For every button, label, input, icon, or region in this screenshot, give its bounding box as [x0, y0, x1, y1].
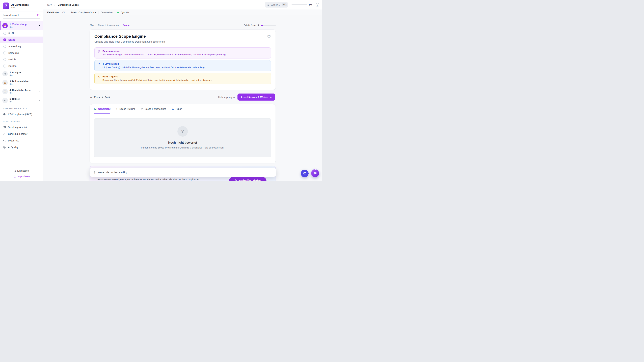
back-button[interactable]: ← Zurueck: Profil	[90, 96, 110, 98]
sidebar-item-label: CE-Compliance (IACE)	[8, 113, 32, 116]
sidebar-item-anwendung[interactable]: Anwendung	[0, 43, 43, 50]
phase-percent: 0%	[10, 92, 36, 94]
divider	[69, 11, 69, 13]
columns-fab-button[interactable]	[311, 169, 319, 177]
info-box-title: Deterministisch	[102, 50, 226, 52]
sidebar-phase-dokumentation[interactable]: 3. Dokumentation 0%	[0, 78, 43, 87]
start-scope-profiling-label: Scope-Profiling starten	[235, 179, 260, 181]
profiling-hint-toast[interactable]: Starten Sie mit dem Profiling	[90, 168, 276, 177]
phase-percent: 0%	[10, 74, 36, 76]
phase-percent: 0%	[10, 101, 36, 103]
sidebar-phase-vorbereitung[interactable]: 1. Vorbereitung 0%	[0, 21, 43, 30]
sidebar-item-legal-rag[interactable]: Legal RAG	[0, 137, 43, 144]
crumb-separator: /	[120, 24, 121, 26]
cpu-icon	[3, 113, 6, 116]
search-icon	[3, 139, 6, 142]
group-title-maschinenrecht: MASCHINENRECHT / CE	[0, 105, 43, 111]
collapse-sidebar-button[interactable]: « Einklappen	[3, 169, 40, 173]
sidebar-item-label: Module	[8, 58, 16, 61]
user-icon	[3, 132, 6, 135]
phase-label: 1. Vorbereitung	[10, 23, 36, 26]
tab-scope-profiling[interactable]: Scope-Profiling	[116, 104, 135, 114]
version-tag: V001	[62, 11, 66, 13]
export-label: Exportieren	[18, 175, 30, 178]
sidebar-item-ce-compliance[interactable]: CE-Compliance (IACE)	[0, 111, 43, 118]
arrow-left-icon: ←	[90, 96, 92, 98]
info-box-deterministisch: Deterministisch Alle Entscheidungen sind…	[94, 47, 271, 58]
crumb-phase[interactable]: Phase 1: Assessment	[98, 24, 120, 26]
info-box-title: 4-Level-Modell	[102, 62, 205, 65]
step-indicator: Schritt 2 von 14	[244, 24, 276, 26]
breadcrumb-root[interactable]: SDK	[47, 3, 52, 6]
callout-text: Beantworten Sie einige Fragen zu Ihrem U…	[98, 178, 199, 181]
radio-unchecked-icon	[3, 51, 6, 54]
radio-checked-icon	[3, 38, 6, 41]
sidebar-item-quellen[interactable]: Quellen	[0, 63, 43, 69]
crumb-root[interactable]: SDK	[90, 24, 94, 26]
complete-next-button[interactable]: Abschliessen & Weiter →	[238, 93, 276, 100]
divider	[115, 11, 115, 13]
empty-state-panel: ? Noch nicht bewertet Führen Sie das Sco…	[94, 118, 271, 157]
gear-icon	[2, 98, 8, 103]
sidebar-item-profil[interactable]: Profil	[0, 30, 43, 36]
double-chevron-left-icon: «	[14, 169, 16, 172]
info-box-title: Hard Triggers	[102, 75, 212, 78]
export-button[interactable]: Exportieren	[3, 174, 40, 179]
sidebar-item-ai-quality[interactable]: AI Quality	[0, 144, 43, 151]
memo-pencil-icon	[2, 89, 8, 94]
help-icon[interactable]: ?	[316, 3, 319, 7]
search-icon	[267, 4, 269, 6]
header-progress-value: 0%	[309, 3, 312, 6]
clipboard-icon	[116, 108, 118, 110]
skip-button[interactable]: Ueberspringen	[218, 96, 234, 98]
chat-fab-button[interactable]	[301, 170, 308, 177]
toast-text: Starten Sie mit dem Profiling	[98, 171, 127, 174]
header-progress-bar	[292, 4, 307, 5]
status-bar: Kein Projekt V001 Zuletzt: Compliance Sc…	[43, 10, 322, 15]
project-name: Kein Projekt	[47, 11, 60, 13]
tab-export[interactable]: Export	[172, 104, 182, 114]
overall-progress-bar	[3, 18, 40, 19]
topbar: SDK Compliance Scope Suchen... ⌘K 0% ?	[43, 0, 322, 10]
overall-progress-value: 0%	[37, 14, 40, 16]
chevron-down-icon	[38, 81, 41, 84]
target-icon	[2, 23, 8, 28]
complete-next-label: Abschliessen & Weiter	[241, 96, 268, 98]
sidebar-footer: « Einklappen Exportieren	[0, 166, 43, 181]
sidebar-item-scope[interactable]: Scope	[0, 36, 43, 43]
sidebar-phase-betrieb[interactable]: 5. Betrieb 0%	[0, 96, 43, 105]
scales-icon	[140, 108, 143, 110]
page-breadcrumb: SDK / Phase 1: Assessment / Scope	[90, 24, 130, 26]
last-time: Gerade eben	[100, 11, 113, 13]
sidebar-nav: 1. Vorbereitung 0% Profil Scope Anwendun…	[0, 21, 43, 166]
radio-unchecked-icon	[3, 32, 6, 35]
tab-scope-entscheidung[interactable]: Scope-Entscheidung	[140, 104, 166, 114]
scope-engine-card: Compliance Scope Engine Umfang und Tiefe…	[90, 29, 276, 90]
sidebar-item-schulung-admin[interactable]: Schulung (Admin)	[0, 124, 43, 131]
sidebar-item-screening[interactable]: Screening	[0, 50, 43, 56]
empty-state-title: Noch nicht bewertet	[98, 141, 268, 144]
search-input[interactable]: Suchen... ⌘K	[265, 2, 288, 7]
sidebar-phase-rechtliche-texte[interactable]: 4. Rechtliche Texte 0%	[0, 87, 43, 96]
phase-label: 4. Rechtliche Texte	[10, 89, 36, 91]
tab-uebersicht[interactable]: Uebersicht	[94, 104, 110, 114]
crumb-current: Scope	[122, 24, 130, 26]
group-title-zusatzmodule: ZUSATZMODULE	[0, 118, 43, 124]
tab-label: Uebersicht	[98, 108, 110, 110]
clipboard-icon	[2, 80, 8, 85]
info-box-4-level-modell: 4-Level-Modell L1 (Lean Startup) bis L4 …	[94, 60, 271, 71]
start-scope-profiling-button[interactable]: Scope-Profiling starten	[229, 177, 266, 181]
info-box-text: Alle Entscheidungen sind nachvollziehbar…	[102, 53, 226, 56]
sidebar-phase-analyse[interactable]: 2. Analyse 0%	[0, 69, 43, 78]
crumb-separator: /	[96, 24, 96, 26]
magnifier-icon	[2, 71, 8, 76]
card-help-icon[interactable]: ?	[267, 34, 271, 38]
divider	[98, 11, 98, 13]
step-progress-bar	[260, 25, 276, 26]
book-open-icon	[3, 126, 6, 129]
chevron-down-icon	[38, 90, 41, 93]
shield-check-icon	[3, 2, 10, 9]
sidebar-item-schulung-learner[interactable]: Schulung (Learner)	[0, 131, 43, 137]
sidebar-item-module[interactable]: Module	[0, 56, 43, 63]
scope-tabs-card: Uebersicht Scope-Profiling Scope-Entsche…	[90, 104, 276, 163]
